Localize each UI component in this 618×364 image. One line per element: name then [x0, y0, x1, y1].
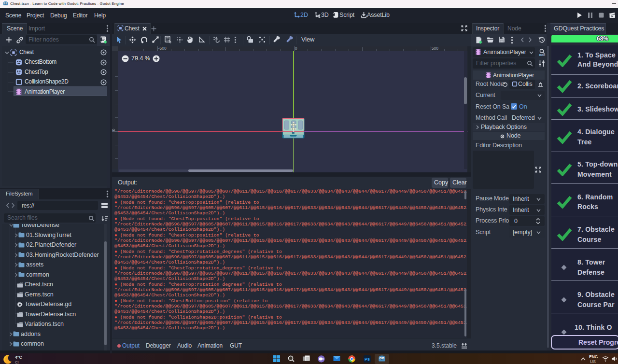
svg-text:Ps: Ps	[365, 357, 370, 362]
svg-text:DOC: DOC	[539, 54, 545, 56]
